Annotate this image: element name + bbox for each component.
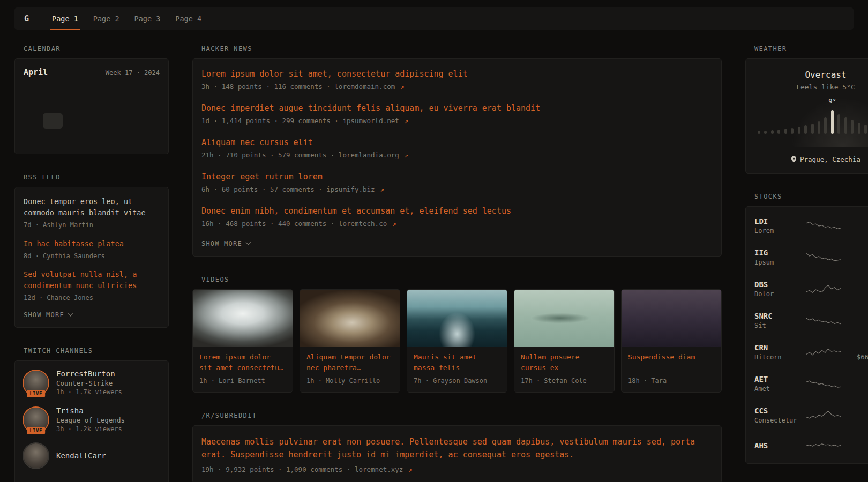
external-link-icon: ↗ <box>392 220 396 228</box>
rss-item-meta: 8d · Cynthia Saunders <box>24 252 160 261</box>
hackernews-show-more-label: SHOW MORE <box>201 240 242 247</box>
video-card[interactable]: Suspendisse diam 18h · Tara <box>621 289 722 393</box>
stock-row[interactable]: DBS Dolor +1.42% $156.28 <box>754 273 868 305</box>
stock-id: CCS Consectetur <box>754 406 799 424</box>
stock-id: CRN Bitcorn <box>754 343 799 361</box>
stock-change: +1.42% <box>848 280 868 288</box>
stock-right: -1.00% $66,171.48 <box>848 343 868 361</box>
video-card[interactable]: Mauris sit amet massa felis 7h · Grayson… <box>407 289 507 393</box>
external-link-icon: ↗ <box>408 465 413 473</box>
stock-row[interactable]: CCS Consectetur +0.51% $165.84 <box>754 400 868 431</box>
stock-row[interactable]: CRN Bitcorn -1.00% $66,171.48 <box>754 336 868 368</box>
calendar-top: April Week 17 · 2024 <box>24 67 160 77</box>
twitch-channel-name[interactable]: ForrestBurton <box>56 370 122 378</box>
page-tab[interactable]: Page 2 <box>86 7 127 30</box>
stock-id: LDI Lorem <box>754 217 799 235</box>
rss-show-more-label: SHOW MORE <box>24 311 64 319</box>
weather-bar <box>844 117 847 134</box>
twitch-channel-info: ForrestBurton Counter-Strike 1h · 1.7k v… <box>56 370 122 396</box>
stock-symbol: CCS <box>754 406 799 415</box>
weather-current-temp: 9° <box>828 97 836 105</box>
hn-item-title[interactable]: Donec imperdiet augue tincidunt felis al… <box>201 103 713 114</box>
twitch-viewers: 1h · 1.7k viewers <box>56 388 122 396</box>
live-badge: LIVE <box>27 427 45 434</box>
weather-bar <box>777 130 780 134</box>
stock-price: $165.84 <box>848 416 868 424</box>
video-title[interactable]: Suspendisse diam <box>628 352 715 373</box>
page-tab[interactable]: Page 1 <box>44 7 86 30</box>
external-link-icon: ↗ <box>404 151 408 159</box>
rss-list: Donec tempor eros leo, ut commodo mauris… <box>24 196 160 303</box>
stock-sparkline <box>806 345 841 360</box>
rss-item-title[interactable]: Donec tempor eros leo, ut commodo mauris… <box>24 196 160 219</box>
stock-change: +1.36% <box>848 312 868 320</box>
rss-item[interactable]: Sed volutpat nulla nisl, a condimentum n… <box>24 269 160 303</box>
hackernews-show-more-button[interactable]: SHOW MORE <box>201 240 713 247</box>
hn-item: Donec imperdiet augue tincidunt felis al… <box>201 103 713 125</box>
video-card[interactable]: Lorem ipsum dolor sit amet consectetu… 1… <box>192 289 293 393</box>
stock-row[interactable]: IIG Ipsum +2.84% $42.04 <box>754 242 868 273</box>
stock-change: +4.35% <box>848 217 868 225</box>
video-title[interactable]: Nullam posuere cursus ex <box>521 352 608 373</box>
stock-row[interactable]: SNRC Sit +1.36% $148.64 <box>754 305 868 336</box>
page-tab[interactable]: Page 3 <box>127 7 168 30</box>
app-logo[interactable]: G <box>14 7 39 30</box>
twitch-avatar-wrap <box>24 443 48 468</box>
weather-bar <box>764 131 767 134</box>
hn-item-meta: 3h · 148 points · 116 comments · loremdo… <box>201 82 713 91</box>
stock-sparkline <box>806 313 841 328</box>
subreddit-post-title[interactable]: Maecenas mollis pulvinar erat non posuer… <box>201 435 713 461</box>
twitch-channel-row[interactable]: LIVE ForrestBurton Counter-Strike 1h · 1… <box>24 370 160 396</box>
weather-feels-like: Feels like 5°C <box>755 83 868 91</box>
rss-item-meta: 12d · Chance Jones <box>24 293 160 303</box>
rss-item-meta: 7d · Ashlyn Martin <box>24 221 160 230</box>
subreddit-post-meta-text: 19h · 9,932 points · 1,090 comments · lo… <box>201 465 403 473</box>
rss-item[interactable]: In hac habitasse platea 8d · Cynthia Sau… <box>24 238 160 261</box>
video-title[interactable]: Mauris sit amet massa felis <box>414 352 500 373</box>
hn-item-title[interactable]: Lorem ipsum dolor sit amet, consectetur … <box>201 69 713 80</box>
stock-price: $795.18 <box>848 227 868 235</box>
weather-widget: WEATHER Overcast Feels like 5°C 9° Pragu… <box>745 45 868 174</box>
video-title[interactable]: Lorem ipsum dolor sit amet consectetu… <box>199 352 286 373</box>
stock-right: +0.51% $165.84 <box>848 406 868 424</box>
hn-item-title[interactable]: Integer eget rutrum lorem <box>201 171 713 183</box>
twitch-avatar-wrap: LIVE <box>24 371 48 395</box>
video-card[interactable]: Aliquam tempor dolor nec pharetra… 1h · … <box>300 289 400 393</box>
twitch-viewers: 3h · 1.2k viewers <box>56 425 125 433</box>
stocks-widget-header: STOCKS <box>754 193 868 200</box>
dashboard-page: G Page 1Page 2Page 3Page 4 CALENDAR Apri… <box>0 0 868 482</box>
twitch-channel-name[interactable]: KendallCarr <box>56 451 106 460</box>
rss-item[interactable]: Donec tempor eros leo, ut commodo mauris… <box>24 196 160 230</box>
page-tab[interactable]: Page 4 <box>168 7 209 30</box>
rss-show-more-button[interactable]: SHOW MORE <box>24 311 160 319</box>
calendar-dayname <box>121 85 140 96</box>
stocks-widget: STOCKS LDI Lorem +4.35% $795.18 IIG Ipsu… <box>745 193 868 464</box>
video-card[interactable]: Nullam posuere cursus ex 17h · Stefan Co… <box>514 289 615 393</box>
hackernews-widget: HACKER NEWS Lorem ipsum dolor sit amet, … <box>192 45 722 257</box>
calendar-day <box>24 113 43 129</box>
twitch-channel-row[interactable]: LIVE Trisha League of Legends 3h · 1.2k … <box>24 406 160 433</box>
avatar <box>24 443 48 468</box>
hn-item-title[interactable]: Aliquam nec cursus elit <box>201 137 713 148</box>
twitch-channel-name[interactable]: Trisha <box>56 406 125 415</box>
twitch-channel-row[interactable]: KendallCarr <box>24 443 160 468</box>
calendar-week-label: Week 17 · 2024 <box>106 69 160 77</box>
video-meta: 1h · Molly Carrillo <box>306 376 393 386</box>
stock-row[interactable]: AHS +0.46% <box>754 431 868 460</box>
rss-item-title[interactable]: Sed volutpat nulla nisl, a condimentum n… <box>24 269 160 291</box>
subreddit-card: Maecenas mollis pulvinar erat non posuer… <box>192 425 722 482</box>
weather-bar <box>824 117 827 134</box>
stock-row[interactable]: LDI Lorem +4.35% $795.18 <box>754 210 868 242</box>
stock-right: +1.36% $148.64 <box>848 312 868 329</box>
hn-item-title[interactable]: Donec enim nibh, condimentum et accumsan… <box>201 206 713 217</box>
rss-item-title[interactable]: In hac habitasse platea <box>24 238 160 250</box>
hn-item: Aliquam nec cursus elit 21h · 710 points… <box>201 137 713 159</box>
twitch-game: Counter-Strike <box>56 379 122 387</box>
video-title[interactable]: Aliquam tempor dolor nec pharetra… <box>306 352 393 373</box>
middle-column: HACKER NEWS Lorem ipsum dolor sit amet, … <box>192 45 722 482</box>
stock-row[interactable]: AET Amet +0.92% $499.72 <box>754 368 868 400</box>
twitch-widget-header: TWITCH CHANNELS <box>24 347 169 355</box>
stock-id: AHS <box>754 441 799 450</box>
live-badge: LIVE <box>27 390 45 397</box>
stock-right: +0.92% $499.72 <box>848 375 868 393</box>
